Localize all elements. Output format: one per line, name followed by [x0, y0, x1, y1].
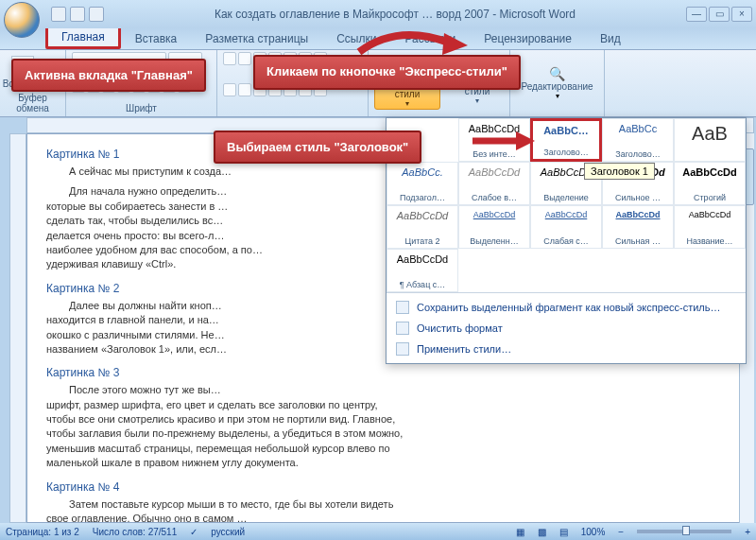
save-style-icon: [396, 301, 409, 314]
heading-3: Картинка № 3: [46, 366, 734, 379]
styles-grid: AaBbCcDd Без инте… AaBbC… Заголово… AaBb…: [387, 118, 746, 292]
style-item-subtle-reference[interactable]: AaBbCcDd Слабая с…: [530, 205, 602, 249]
zoom-slider-thumb[interactable]: [682, 526, 690, 535]
paragraph-group-label: [223, 113, 362, 114]
clear-format-icon: [396, 322, 409, 335]
maximize-button[interactable]: ▭: [709, 7, 730, 22]
style-item-intense-reference[interactable]: AaBbCcDd Сильная …: [602, 205, 674, 249]
status-page[interactable]: Страница: 1 из 2: [6, 527, 79, 537]
number-list-icon[interactable]: [238, 52, 251, 65]
style-item-no-spacing[interactable]: AaBbCcDd Без инте…: [458, 118, 530, 162]
style-item-heading1[interactable]: AaBbC… Заголово…: [530, 118, 602, 162]
tab-page-layout[interactable]: Разметка страницы: [191, 28, 322, 49]
tab-references[interactable]: Ссылки: [322, 28, 390, 49]
minimize-button[interactable]: —: [686, 7, 707, 22]
zoom-in-button[interactable]: +: [745, 527, 750, 537]
status-proofing-icon[interactable]: ✓: [190, 527, 198, 537]
styles-gallery-popup: AaBbCcDd Без инте… AaBbC… Заголово… AaBb…: [386, 117, 747, 364]
heading-4: Картинка № 4: [46, 480, 734, 494]
undo-icon[interactable]: [70, 7, 85, 22]
tab-insert[interactable]: Вставка: [121, 28, 192, 49]
style-item-list-paragraph[interactable]: AaBbCcDd ¶ Абзац с…: [387, 249, 458, 292]
close-button[interactable]: ×: [731, 7, 752, 22]
style-item-heading2[interactable]: AaBbCc Заголово…: [602, 118, 674, 162]
tab-mailings[interactable]: Рассылки: [390, 28, 470, 49]
zoom-out-button[interactable]: −: [618, 527, 624, 537]
vertical-ruler[interactable]: [9, 133, 26, 523]
quick-access-toolbar: [51, 7, 104, 22]
office-button[interactable]: [4, 2, 40, 38]
window-controls: — ▭ ×: [686, 7, 752, 22]
callout-click-express: Кликаем по кнопочке "Экспресс-стили": [253, 55, 521, 90]
status-bar: Страница: 1 из 2 Число слов: 27/511 ✓ ру…: [0, 523, 756, 540]
status-words[interactable]: Число слов: 27/511: [93, 527, 178, 537]
editing-label[interactable]: Редактирование: [521, 81, 593, 92]
save-icon[interactable]: [51, 7, 66, 22]
paragraph: Затем поставьте курсор мыши в то место, …: [46, 497, 734, 523]
title-bar: Как создать оглавление в Майкрософт … во…: [0, 0, 756, 28]
view-print-layout-icon[interactable]: ▦: [516, 527, 524, 537]
clear-formatting-menu-item[interactable]: Очистить формат: [387, 318, 746, 339]
font-group-label: Шрифт: [72, 103, 211, 114]
style-item-subtitle[interactable]: AaBbCc. Подзагол…: [387, 162, 458, 205]
tooltip-heading1: Заголовок 1: [584, 163, 655, 180]
ribbon-group-editing: 🔍 Редактирование ▾: [510, 50, 605, 116]
align-center-icon[interactable]: [238, 83, 251, 96]
zoom-slider[interactable]: [637, 530, 731, 533]
find-icon: 🔍: [549, 66, 565, 81]
tab-review[interactable]: Рецензирование: [470, 28, 586, 49]
style-item-quote[interactable]: AaBbCcDd Цитата 2: [387, 205, 458, 249]
styles-gallery-menu: Сохранить выделенный фрагмент как новый …: [387, 292, 746, 363]
view-full-screen-icon[interactable]: ▩: [538, 527, 546, 537]
status-language[interactable]: русский: [211, 527, 245, 537]
paragraph: После этого можно тут же вы… шрифт, разм…: [46, 383, 734, 470]
redo-icon[interactable]: [89, 7, 104, 22]
apply-styles-icon: [396, 342, 409, 356]
callout-active-tab: Активна вкладка "Главная": [11, 59, 206, 92]
apply-styles-menu-item[interactable]: Применить стили…: [387, 339, 746, 359]
align-left-icon[interactable]: [223, 83, 236, 96]
clipboard-group-label: Буфер обмена: [6, 93, 60, 114]
style-item-intense-quote[interactable]: AaBbCcDd Выделенн…: [458, 205, 530, 249]
style-item-book-title[interactable]: AaBbCcDd Название…: [674, 205, 746, 249]
bullet-list-icon[interactable]: [223, 52, 236, 65]
save-as-new-style-menu-item[interactable]: Сохранить выделенный фрагмент как новый …: [387, 297, 746, 318]
callout-choose-heading: Выбираем стиль "Заголовок": [214, 131, 421, 164]
style-item-strong[interactable]: AaBbCcDd Строгий: [674, 162, 746, 205]
style-item-title[interactable]: AaB: [674, 118, 746, 162]
ribbon-tabs: Главная Вставка Разметка страницы Ссылки…: [0, 28, 756, 49]
status-zoom-level[interactable]: 100%: [581, 527, 606, 537]
style-item-subtle-emphasis[interactable]: AaBbCcDd Слабое в…: [458, 162, 530, 205]
tab-view[interactable]: Вид: [586, 28, 635, 49]
view-web-layout-icon[interactable]: ▤: [559, 527, 568, 537]
window-title: Как создать оглавление в Майкрософт … во…: [104, 8, 686, 21]
